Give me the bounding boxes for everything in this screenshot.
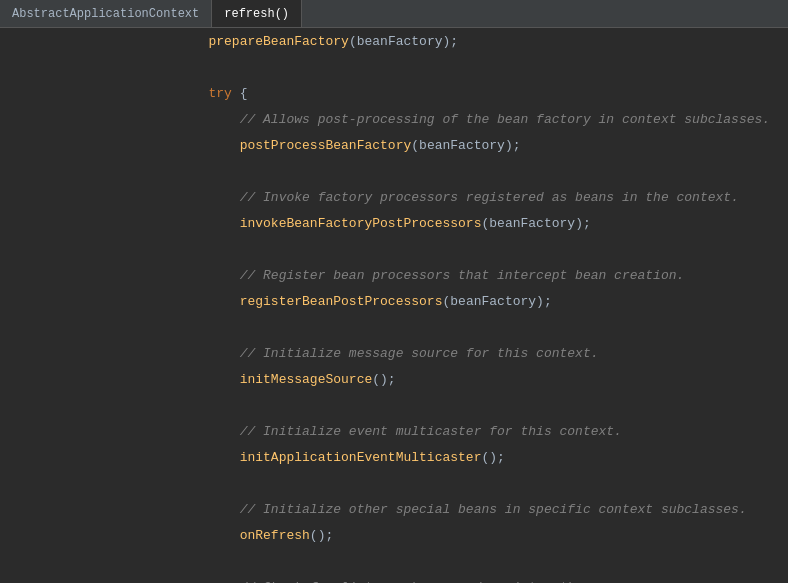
code-text: registerBeanPostProcessors(beanFactory); <box>68 279 788 324</box>
code-token: prepareBeanFactory <box>208 34 348 49</box>
code-text: // Check for listener beans and register… <box>68 565 788 584</box>
code-token: onRefresh <box>146 528 310 543</box>
code-token: (); <box>372 372 395 387</box>
code-token: (); <box>481 450 504 465</box>
code-token: registerBeanPostProcessors <box>146 294 442 309</box>
code-token: ( <box>411 138 419 153</box>
code-token: invokeBeanFactoryPostProcessors <box>146 216 481 231</box>
code-text: onRefresh(); <box>68 513 788 558</box>
code-line: prepareBeanFactory(beanFactory); <box>0 28 788 54</box>
code-token: (); <box>310 528 333 543</box>
code-token: beanFactory <box>489 216 575 231</box>
tab-label: AbstractApplicationContext <box>12 7 199 21</box>
code-line: // Check for listener beans and register… <box>0 574 788 583</box>
code-line: registerBeanPostProcessors(beanFactory); <box>0 288 788 314</box>
code-content: prepareBeanFactory(beanFactory); try { <box>0 28 788 583</box>
code-text: invokeBeanFactoryPostProcessors(beanFact… <box>68 201 788 246</box>
code-text: postProcessBeanFactory(beanFactory); <box>68 123 788 168</box>
code-text: prepareBeanFactory(beanFactory); <box>68 28 788 64</box>
code-token: // Check for listener beans and register… <box>146 580 598 584</box>
code-token: beanFactory <box>357 34 443 49</box>
code-token: beanFactory <box>450 294 536 309</box>
code-line: postProcessBeanFactory(beanFactory); <box>0 132 788 158</box>
editor: AbstractApplicationContext refresh() pre… <box>0 0 788 583</box>
tab-refresh[interactable]: refresh() <box>212 0 302 27</box>
code-line: invokeBeanFactoryPostProcessors(beanFact… <box>0 210 788 236</box>
code-line: initApplicationEventMulticaster(); <box>0 444 788 470</box>
tab-label: refresh() <box>224 7 289 21</box>
code-token: postProcessBeanFactory <box>146 138 411 153</box>
tab-abstract-application-context[interactable]: AbstractApplicationContext <box>0 0 212 27</box>
code-token: ( <box>349 34 357 49</box>
code-token: ); <box>443 34 459 49</box>
code-text: initMessageSource(); <box>68 357 788 402</box>
code-line: initMessageSource(); <box>0 366 788 392</box>
code-line: onRefresh(); <box>0 522 788 548</box>
code-token: ); <box>505 138 521 153</box>
code-token: initApplicationEventMulticaster <box>146 450 481 465</box>
code-text: initApplicationEventMulticaster(); <box>68 435 788 480</box>
code-token: ); <box>575 216 591 231</box>
code-token: initMessageSource <box>146 372 372 387</box>
code-token: beanFactory <box>419 138 505 153</box>
code-token <box>146 34 208 49</box>
tab-bar: AbstractApplicationContext refresh() <box>0 0 788 28</box>
code-token: ); <box>536 294 552 309</box>
code-area: prepareBeanFactory(beanFactory); try { <box>0 28 788 583</box>
